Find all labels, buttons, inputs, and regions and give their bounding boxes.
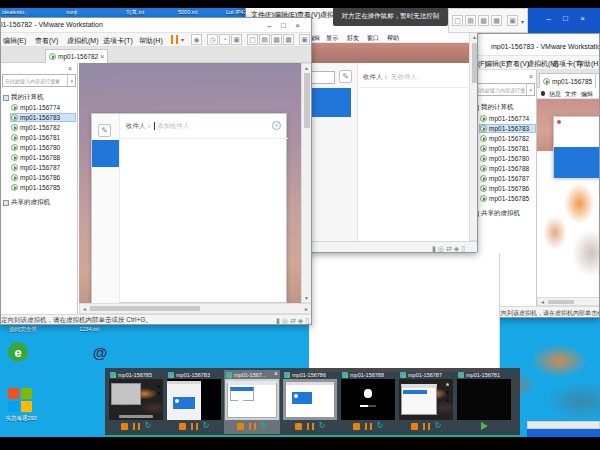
- minimize-button[interactable]: –: [263, 19, 276, 31]
- vm-list-item[interactable]: mp01-156786: [11, 174, 60, 181]
- vm-list-item[interactable]: mp01-156782: [11, 124, 60, 131]
- mail-compose-window[interactable]: ✎ 收件人： 添加收件人 +: [91, 113, 287, 303]
- close-library-icon[interactable]: ×: [529, 73, 533, 80]
- pause-button[interactable]: [133, 423, 140, 430]
- preview-screenshot[interactable]: [225, 379, 279, 420]
- stop-button[interactable]: [411, 423, 418, 430]
- mac-menu-window[interactable]: 窗口: [367, 34, 379, 43]
- mac-close-dot-icon[interactable]: [557, 120, 561, 124]
- sound-icon[interactable]: ◈: [454, 245, 459, 252]
- stop-button[interactable]: [353, 423, 360, 430]
- suspend-button[interactable]: [171, 35, 178, 44]
- cd-icon[interactable]: ◎: [282, 317, 288, 324]
- play-button[interactable]: [481, 422, 488, 430]
- message-log-icon[interactable]: ▯: [461, 245, 465, 252]
- selected-conversation[interactable]: [310, 88, 351, 117]
- snapshot-revert-icon[interactable]: ◔: [219, 34, 230, 45]
- preview-screenshot[interactable]: [167, 379, 221, 420]
- snapshot-take-icon[interactable]: ◷: [207, 34, 218, 45]
- vm-list-item[interactable]: mp01-156781: [480, 145, 529, 152]
- view-grid-icon[interactable]: ▩: [271, 34, 282, 45]
- menu-vm[interactable]: 虚拟机(M): [67, 36, 99, 46]
- windows-logo-icon[interactable]: [8, 388, 32, 412]
- taskbar-preview[interactable]: mp01-156781: [456, 370, 512, 434]
- vm-vertical-scrollbar[interactable]: ▲ ▼: [301, 63, 312, 303]
- minimize-button[interactable]: –: [542, 12, 555, 24]
- vm-list-item[interactable]: mp01-156787: [11, 164, 60, 171]
- scroll-up-icon[interactable]: ▲: [304, 65, 309, 71]
- add-recipient-icon[interactable]: +: [272, 121, 281, 130]
- snapshot-manage-icon[interactable]: ◉: [191, 34, 202, 45]
- mac-menu-info[interactable]: 信息: [549, 90, 561, 99]
- scrollbar-thumb[interactable]: [548, 300, 574, 304]
- spiral-app-icon[interactable]: @: [90, 342, 110, 362]
- taskbar-preview[interactable]: mp01-156787 ↻: [398, 370, 454, 434]
- vm-list-item[interactable]: mp01-156781: [11, 134, 60, 141]
- scroll-left-icon[interactable]: ◄: [540, 299, 545, 305]
- reset-button[interactable]: ↻: [435, 422, 442, 430]
- tab-close-icon[interactable]: ×: [100, 53, 104, 60]
- vm-list-item[interactable]: mp01-156783: [480, 125, 535, 132]
- vm-list-item[interactable]: mp01-156785: [480, 195, 529, 202]
- reset-button[interactable]: ↻: [145, 422, 152, 430]
- pause-button[interactable]: [249, 423, 256, 430]
- toolbar-caret-icon[interactable]: ▾: [521, 18, 524, 25]
- tree-shared-vms[interactable]: 共享的虚拟机: [473, 209, 520, 218]
- preview-screenshot[interactable]: [283, 379, 337, 420]
- recipient-placeholder[interactable]: 无收件人: [391, 73, 417, 82]
- network-icon[interactable]: ⇄: [290, 317, 296, 324]
- vm-list-item[interactable]: mp01-156787: [480, 175, 529, 182]
- cd-icon[interactable]: ◎: [438, 245, 444, 252]
- view-tabs-icon[interactable]: ▤: [259, 34, 270, 45]
- view-fullscreen-icon[interactable]: ▦: [283, 34, 294, 45]
- tab-active-vm[interactable]: mp01-156782 ×: [45, 49, 108, 63]
- sound-icon[interactable]: ◈: [298, 317, 303, 324]
- menu-help[interactable]: 帮助(H): [139, 36, 163, 46]
- apple-icon[interactable]: [541, 91, 545, 96]
- disk-icon[interactable]: ▮: [276, 317, 280, 324]
- menu-view[interactable]: 查看(V): [506, 59, 529, 69]
- reset-button[interactable]: ↻: [203, 422, 210, 430]
- view-grid-icon[interactable]: ▩: [478, 15, 489, 26]
- search-dropdown-icon[interactable]: ▾: [526, 84, 534, 95]
- reset-button[interactable]: ↻: [377, 422, 384, 430]
- stop-button[interactable]: [295, 423, 302, 430]
- scroll-right-icon[interactable]: ►: [304, 306, 309, 312]
- desktop-file-label[interactable]: xunji: [66, 9, 96, 15]
- vm-list-item[interactable]: mp01-156786: [480, 185, 529, 192]
- unity-icon[interactable]: ▣: [299, 34, 310, 45]
- search-dropdown-icon[interactable]: ▾: [67, 75, 75, 86]
- menu-tabs[interactable]: 选项卡(T): [103, 36, 133, 46]
- message-log-icon[interactable]: ▯: [305, 317, 309, 324]
- vm-list-item[interactable]: mp01-156788: [11, 154, 60, 161]
- menu-edit[interactable]: 编辑(E): [485, 59, 508, 69]
- vm-list-item[interactable]: mp01-156780: [480, 155, 529, 162]
- suspend-caret-icon[interactable]: ▾: [181, 36, 184, 43]
- mac-menu-display[interactable]: 显示: [326, 34, 338, 43]
- preview-screenshot[interactable]: [109, 379, 163, 420]
- pause-button[interactable]: [191, 423, 198, 430]
- title-bar[interactable]: mp01-156783 - VMware Workstation: [468, 34, 600, 56]
- vm-vertical-scrollbar[interactable]: ▲: [469, 32, 478, 241]
- title-bar[interactable]: mp01-156782 - VMware Workstation – □ ×: [1, 18, 312, 33]
- taskbar-preview[interactable]: mp01-156785 ↻: [108, 370, 164, 434]
- close-button[interactable]: ×: [576, 12, 589, 24]
- mac-menu-help[interactable]: 帮助: [387, 34, 399, 43]
- mac-menu-edit[interactable]: 编辑: [581, 90, 593, 99]
- scroll-left-icon[interactable]: ◄: [82, 306, 87, 312]
- tab-partial[interactable]: [595, 73, 600, 88]
- recipient-placeholder[interactable]: 添加收件人: [157, 122, 190, 131]
- preview-screenshot[interactable]: [457, 379, 511, 420]
- preview-screenshot[interactable]: [399, 379, 453, 420]
- unity-icon[interactable]: ▣: [507, 15, 518, 26]
- stop-button[interactable]: [237, 423, 244, 430]
- taskbar-preview-hovered[interactable]: × mp01-1567... ↻: [224, 370, 280, 434]
- vm-horizontal-scrollbar[interactable]: ◄ ►: [79, 303, 312, 314]
- selected-conversation[interactable]: [92, 140, 119, 167]
- desktop-icon-label[interactable]: 协同安全类: [0, 326, 46, 333]
- taskbar-preview[interactable]: mp01-156788 ↻: [340, 370, 396, 434]
- desktop-icon-label[interactable]: 实息每通293: [0, 415, 42, 422]
- snapshot-settings-icon[interactable]: ▣: [231, 34, 242, 45]
- desktop-file-label[interactable]: idealesto..: [2, 9, 54, 15]
- tree-root-my-computer[interactable]: 我的计算机: [473, 103, 514, 112]
